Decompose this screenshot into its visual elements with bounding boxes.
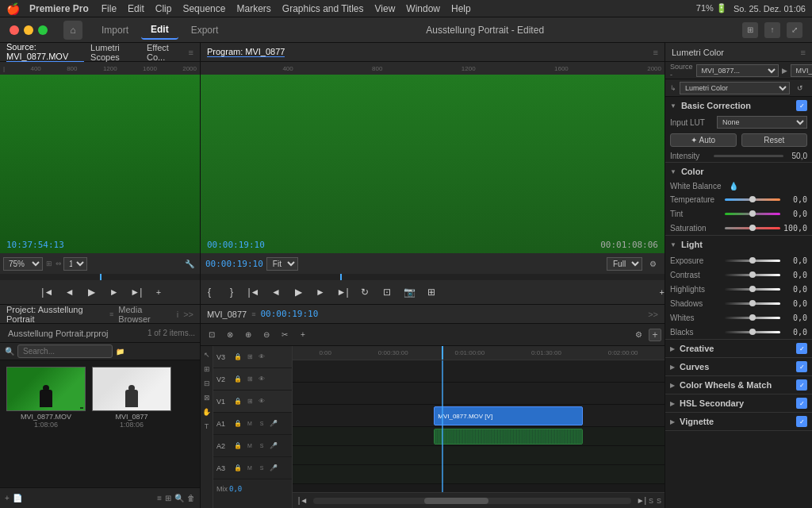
menu-sequence[interactable]: Sequence (182, 3, 225, 14)
link-tool[interactable]: ⊗ (222, 327, 238, 343)
go-end-btn[interactable]: ►| (634, 494, 649, 508)
zoom-select[interactable]: 75% (3, 257, 43, 271)
prog-mark-in[interactable]: { (201, 283, 218, 301)
intensity-slider[interactable] (714, 155, 783, 157)
ripple-tool-icon[interactable]: ⊞ (201, 364, 213, 375)
a3-s[interactable]: S (257, 464, 266, 473)
slip-tool-icon[interactable]: ⊟ (201, 378, 213, 389)
prog-play[interactable]: ▶ (289, 283, 307, 301)
info-icon[interactable]: i (177, 310, 178, 319)
timeline-expand-icon[interactable]: >> (648, 310, 658, 319)
slide-tool-icon[interactable]: ⊠ (201, 392, 213, 403)
effect-controls-tab[interactable]: Effect Co... (147, 43, 182, 62)
a1-lock[interactable]: 🔒 (233, 419, 243, 429)
tl-right-icon1[interactable]: S (649, 497, 653, 505)
hsl-secondary-toggle[interactable]: ✓ (796, 398, 807, 409)
prog-go-in[interactable]: |◄ (245, 283, 262, 301)
a2-lock[interactable]: 🔒 (233, 441, 243, 451)
extract-tool[interactable]: ⊖ (259, 327, 274, 343)
menu-graphics[interactable]: Graphics and Titles (282, 3, 364, 14)
minimize-button[interactable] (24, 25, 33, 35)
go-start-btn[interactable]: |◄ (296, 494, 310, 508)
curves-toggle[interactable]: ✓ (796, 361, 807, 372)
shadows-slider[interactable] (725, 302, 780, 305)
panel-menu-icon[interactable]: ≡ (189, 48, 193, 57)
tab-export[interactable]: Export (182, 21, 228, 39)
settings-tl-icon[interactable]: ⚙ (630, 327, 646, 343)
v2-lock[interactable]: 🔒 (233, 375, 243, 384)
effect-reset-btn[interactable]: ↺ (793, 81, 807, 95)
light-section-header[interactable]: ▼ Light (665, 236, 812, 253)
color-wheels-toggle[interactable]: ✓ (796, 379, 807, 391)
zoom-in-tl[interactable]: + (295, 327, 311, 343)
contrast-slider[interactable] (725, 274, 780, 276)
expand-panel-icon[interactable]: >> (183, 310, 193, 319)
prog-prev-frame[interactable]: ◄ (267, 283, 285, 301)
prog-export-frame[interactable]: ⊞ (423, 283, 440, 301)
prev-frame-btn[interactable]: ◄ (61, 283, 79, 301)
razor-tool[interactable]: ✂ (277, 327, 293, 343)
insert-btn[interactable]: + (156, 287, 161, 297)
v1-lock[interactable]: 🔒 (233, 397, 243, 406)
play-btn[interactable]: ▶ (83, 283, 101, 301)
a1-s[interactable]: S (257, 419, 266, 429)
expand-icon[interactable]: ⤢ (787, 22, 802, 38)
highlights-slider[interactable] (725, 288, 780, 291)
a1-mic[interactable]: 🎤 (269, 419, 278, 429)
prog-go-out[interactable]: ►| (334, 283, 351, 301)
fit-select[interactable]: Fit (266, 257, 298, 271)
blacks-slider[interactable] (725, 331, 780, 333)
select-tool-icon[interactable]: ↖ (201, 349, 213, 360)
folder-icon[interactable]: 📁 (116, 348, 124, 356)
add-track-btn[interactable]: + (649, 329, 661, 341)
whites-slider[interactable] (725, 317, 780, 319)
input-lut-select[interactable]: None (717, 116, 807, 129)
media-browser-btn[interactable]: Media Browser (118, 305, 171, 324)
thumbnail-icon[interactable]: ⊞ (165, 494, 171, 502)
v1-sync[interactable]: ⊞ (245, 397, 255, 406)
add-marker-btn[interactable]: + (660, 287, 665, 297)
reset-button[interactable]: Reset (741, 133, 808, 147)
menu-view[interactable]: View (375, 3, 396, 14)
creative-toggle[interactable]: ✓ (796, 343, 807, 354)
video-clip-v1[interactable]: MVI_0877.MOV [V] (434, 406, 583, 425)
menu-file[interactable]: File (102, 3, 117, 14)
hand-tool-icon[interactable]: ✋ (201, 406, 213, 418)
delete-icon[interactable]: 🗑 (187, 494, 195, 502)
seq-menu-icon[interactable]: ≡ (251, 310, 255, 318)
fullscreen-button[interactable] (38, 25, 48, 35)
menu-markers[interactable]: Markers (236, 3, 270, 14)
apple-icon[interactable]: 🍎 (6, 2, 20, 15)
v2-eye[interactable]: 👁 (257, 375, 266, 384)
new-bin-icon[interactable]: + (5, 494, 10, 502)
search-bottom-icon[interactable]: 🔍 (174, 494, 184, 502)
a2-s[interactable]: S (257, 441, 266, 451)
quality-select[interactable]: Full (607, 257, 642, 271)
settings-icon[interactable]: ⚙ (645, 256, 660, 271)
project-menu-icon[interactable]: ≡ (109, 310, 113, 318)
insert-tool[interactable]: ⊕ (240, 327, 256, 343)
v3-sync[interactable]: ⊞ (245, 352, 255, 362)
prog-camera-icon[interactable]: 📷 (400, 283, 418, 301)
prog-next-frame[interactable]: ► (312, 283, 329, 301)
hsl-secondary-header[interactable]: ▶ HSL Secondary ✓ (665, 394, 812, 412)
lumetri-menu-icon[interactable]: ≡ (801, 48, 806, 57)
wrench-icon[interactable]: 🔧 (182, 256, 197, 271)
saturation-slider[interactable] (725, 227, 780, 229)
temperature-slider[interactable] (725, 198, 780, 201)
v3-lock[interactable]: 🔒 (233, 352, 243, 362)
color-section-header[interactable]: ▼ Color (665, 163, 812, 180)
a3-m[interactable]: M (245, 464, 255, 473)
auto-button[interactable]: ✦ Auto (670, 133, 737, 147)
home-button[interactable]: ⌂ (63, 21, 82, 40)
search-input[interactable] (17, 344, 113, 358)
new-item-icon[interactable]: 📄 (13, 494, 22, 502)
prog-mark-out[interactable]: } (223, 283, 240, 301)
color-wheels-section-header[interactable]: ▶ Color Wheels & Match ✓ (665, 376, 812, 394)
lumetri-scopes-tab[interactable]: Lumetri Scopes (90, 43, 140, 62)
snap-tool[interactable]: ⊡ (204, 327, 220, 343)
tl-playhead[interactable] (442, 346, 443, 360)
menu-window[interactable]: Window (406, 3, 440, 14)
v2-sync[interactable]: ⊞ (245, 375, 255, 384)
audio-clip-a1[interactable] (434, 429, 583, 444)
